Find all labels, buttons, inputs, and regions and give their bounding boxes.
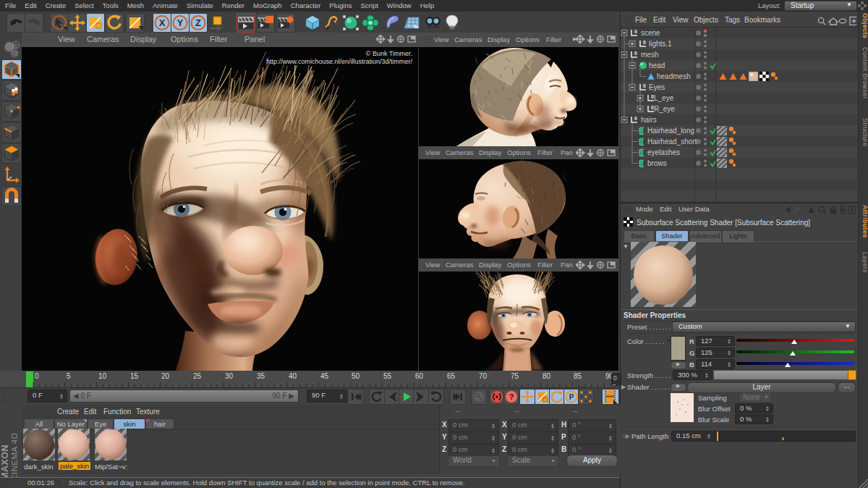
svg-text:Z: Z [195,17,201,28]
svg-text:65: 65 [447,372,456,380]
svg-text:75: 75 [511,372,519,380]
svg-text:?: ? [509,392,514,401]
svg-text:0: 0 [35,372,39,380]
svg-text:45: 45 [320,372,329,380]
svg-text:80: 80 [542,372,551,380]
svg-text:5: 5 [67,372,71,380]
svg-text:P: P [569,393,574,401]
svg-text:Y: Y [177,17,184,28]
svg-text:10: 10 [98,372,107,380]
svg-text:20: 20 [161,372,170,380]
svg-text:55: 55 [383,372,392,380]
svg-text:70: 70 [479,372,488,380]
svg-text:X: X [159,17,166,28]
svg-text:85: 85 [574,372,582,380]
svg-text:35: 35 [257,372,265,380]
svg-text:30: 30 [225,372,234,380]
svg-text:25: 25 [193,372,202,380]
svg-text:50: 50 [352,372,360,380]
svg-text:40: 40 [289,372,297,380]
svg-text:http://www.comichouse.nl/en/il: http://www.comichouse.nl/en/illustration… [266,58,413,65]
svg-text:60: 60 [415,372,424,380]
svg-text:© Bunk Timmer.: © Bunk Timmer. [366,50,412,57]
svg-text:15: 15 [130,372,139,380]
